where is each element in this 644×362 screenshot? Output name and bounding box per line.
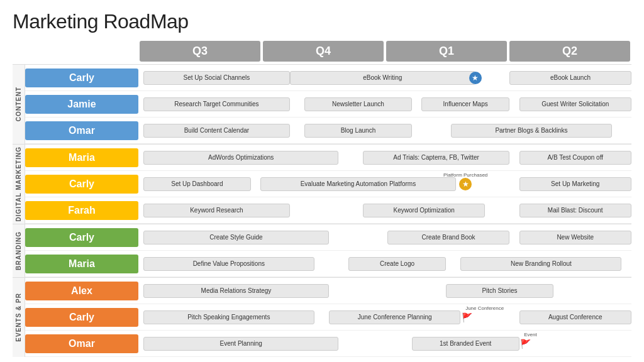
- task-bar: Event Planning: [143, 337, 338, 351]
- section-branding: BrandingCarlyCreate Style GuideCreate Br…: [13, 224, 631, 277]
- person-label: Carly: [25, 69, 138, 87]
- flag-icon: 🚩: [520, 339, 531, 349]
- flag-icon: 🚩: [462, 312, 472, 322]
- flag-label: Event: [524, 332, 536, 337]
- timeline-area: Keyword ResearchKeyword OptimizationMail…: [143, 197, 631, 223]
- section-label-3: Events & PR: [13, 278, 25, 357]
- task-bar: 1st Branded Event: [412, 337, 519, 351]
- milestone-icon: ★: [469, 72, 482, 84]
- section-content: ContentCarlySet Up Social ChannelseBook …: [13, 64, 631, 144]
- task-bar: Create Style Guide: [143, 231, 329, 244]
- timeline-area: Research Target CommunitiesNewsletter La…: [143, 91, 631, 117]
- person-row: MariaDefine Value PropositionsCreate Log…: [25, 251, 631, 277]
- person-row: CarlyPitch Speaking EngagementsJune Conf…: [25, 304, 631, 331]
- person-row: CarlySet Up Social ChannelseBook Writing…: [25, 65, 631, 91]
- person-row: MariaAdWords OptimizationsAd Trials: Cap…: [25, 145, 631, 171]
- task-bar: Evaluate Marketing Automation Platforms: [260, 177, 455, 191]
- timeline-area: Define Value PropositionsCreate LogoNew …: [143, 251, 631, 277]
- person-label: Omar: [25, 121, 138, 140]
- quarter-header-q2: Q2: [509, 41, 630, 62]
- timeline-area: Create Style GuideCreate Brand BookNew W…: [143, 224, 631, 250]
- timeline-area: AdWords OptimizationsAd Trials: Capterra…: [143, 145, 631, 170]
- timeline-area: Build Content CalendarBlog LaunchPartner…: [143, 118, 631, 143]
- page-title: Marketing RoadMap: [13, 10, 631, 33]
- task-bar: eBook Launch: [509, 71, 631, 85]
- task-bar: Set Up Social Channels: [143, 71, 290, 85]
- person-row: OmarBuild Content CalendarBlog LaunchPar…: [25, 118, 631, 144]
- task-bar: Keyword Research: [143, 204, 290, 217]
- task-bar: Partner Blogs & Backlinks: [451, 124, 612, 138]
- flag-label: June Conference: [465, 305, 504, 311]
- section-label-2: Branding: [13, 224, 25, 277]
- task-bar: Create Brand Book: [387, 231, 509, 244]
- task-bar: Keyword Optimization: [363, 204, 485, 217]
- task-bar: A/B Test Coupon off: [519, 151, 631, 165]
- task-bar: Media Relations Strategy: [143, 284, 329, 298]
- rows-area-0: CarlySet Up Social ChannelseBook Writing…: [25, 65, 631, 144]
- rows-area-3: AlexMedia Relations StrategyPitch Storie…: [25, 278, 631, 357]
- timeline-area: Media Relations StrategyPitch Stories: [143, 278, 631, 304]
- person-label: Farah: [25, 201, 138, 220]
- task-bar: New Branding Rollout: [460, 257, 621, 271]
- timeline-area: Pitch Speaking EngagementsJune Conferenc…: [143, 304, 631, 330]
- person-row: CarlySet Up DashboardEvaluate Marketing …: [25, 171, 631, 197]
- timeline-area: Set Up Social ChannelseBook WritingeBook…: [143, 65, 631, 90]
- task-bar: Build Content Calendar: [143, 124, 290, 138]
- person-row: OmarEvent Planning1st Branded EventEvent…: [25, 331, 631, 357]
- task-bar: AdWords Optimizations: [143, 151, 338, 165]
- task-bar: Create Logo: [348, 257, 446, 271]
- task-bar: June Conference Planning: [329, 310, 461, 324]
- person-label: Carly: [25, 308, 138, 327]
- section-label-0: Content: [13, 65, 25, 144]
- person-label: Omar: [25, 334, 138, 353]
- roadmap-container: Q3Q4Q1Q2 ContentCarlySet Up Social Chann…: [13, 41, 631, 357]
- person-label: Maria: [25, 255, 138, 273]
- task-bar: Mail Blast: Discount: [519, 204, 631, 217]
- person-label: Alex: [25, 282, 138, 300]
- person-row: AlexMedia Relations StrategyPitch Storie…: [25, 278, 631, 304]
- rows-area-1: MariaAdWords OptimizationsAd Trials: Cap…: [25, 145, 631, 224]
- task-bar: Define Value Propositions: [143, 257, 314, 271]
- task-bar: Ad Trials: Capterra, FB, Twitter: [363, 151, 509, 165]
- section-digital-marketing: Digital MarketingMariaAdWords Optimizati…: [13, 144, 631, 224]
- quarter-header-q1: Q1: [386, 41, 507, 62]
- task-bar: Blog Launch: [304, 124, 412, 138]
- section-events-&-pr: Events & PRAlexMedia Relations StrategyP…: [13, 277, 631, 357]
- task-bar: Pitch Stories: [446, 284, 553, 298]
- task-bar: eBook Writing: [290, 71, 475, 85]
- person-label: Jamie: [25, 95, 138, 114]
- task-bar: New Website: [519, 231, 631, 244]
- person-label: Carly: [25, 228, 138, 247]
- quarter-header-q3: Q3: [140, 41, 260, 62]
- task-bar: Research Target Communities: [143, 97, 290, 111]
- timeline-area: Event Planning1st Branded EventEvent🚩: [143, 331, 631, 356]
- task-bar: Guest Writer Solicitation: [519, 97, 631, 111]
- body-area: ContentCarlySet Up Social ChannelseBook …: [13, 64, 631, 357]
- task-bar: Set Up Dashboard: [143, 177, 251, 191]
- quarter-headers: Q3Q4Q1Q2: [138, 41, 631, 62]
- person-row: FarahKeyword ResearchKeyword Optimizatio…: [25, 197, 631, 224]
- task-bar: Pitch Speaking Engagements: [143, 310, 314, 324]
- quarter-header-q4: Q4: [263, 41, 384, 62]
- timeline-area: Set Up DashboardEvaluate Marketing Autom…: [143, 171, 631, 197]
- person-row: JamieResearch Target CommunitiesNewslett…: [25, 91, 631, 118]
- task-bar: August Conference: [519, 310, 631, 324]
- milestone-icon: ★: [459, 178, 472, 190]
- rows-area-2: CarlyCreate Style GuideCreate Brand Book…: [25, 224, 631, 277]
- task-bar: Influencer Maps: [421, 97, 509, 111]
- person-label: Maria: [25, 148, 138, 167]
- task-bar: Set Up Marketing: [519, 177, 631, 191]
- task-bar: Newsletter Launch: [304, 97, 412, 111]
- person-row: CarlyCreate Style GuideCreate Brand Book…: [25, 224, 631, 251]
- section-label-1: Digital Marketing: [13, 145, 25, 224]
- person-label: Carly: [25, 175, 138, 194]
